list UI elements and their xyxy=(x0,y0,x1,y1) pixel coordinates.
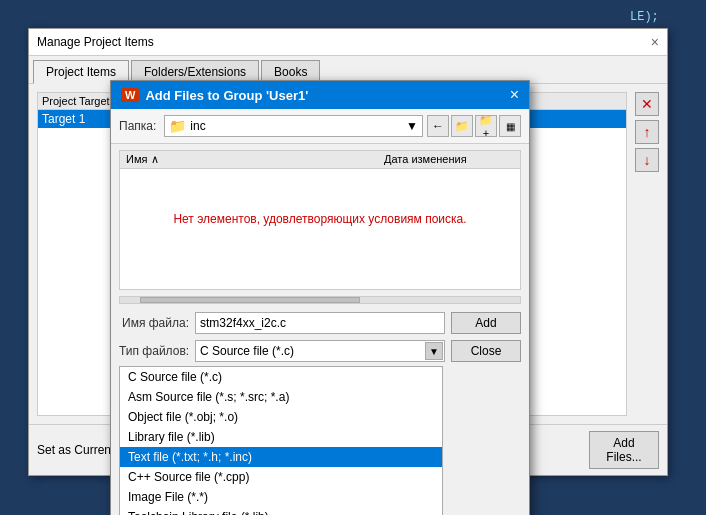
scrollbar-thumb xyxy=(140,297,360,303)
filetype-select[interactable]: C Source file (*.c) xyxy=(195,340,445,362)
add-files-dialog: W Add Files to Group 'User1' × Папка: 📁 … xyxy=(110,80,530,515)
add-files-button[interactable]: Add Files... xyxy=(589,431,659,469)
dropdown-arrow-icon: ▼ xyxy=(406,119,418,133)
filename-label: Имя файла: xyxy=(119,316,189,330)
file-date-column-header: Дата изменения xyxy=(384,153,514,166)
file-browser-empty-message: Нет элементов, удовлетворяющих условиям … xyxy=(120,169,520,269)
folder-select-dropdown[interactable]: 📁 inc ▼ xyxy=(164,115,423,137)
close-button[interactable]: Close xyxy=(451,340,521,362)
file-browser: Имя ∧ Дата изменения Нет элементов, удов… xyxy=(119,150,521,290)
dropdown-item-object[interactable]: Object file (*.obj; *.o) xyxy=(120,407,442,427)
folder-toolbar: ← 📁 📁+ ▦ xyxy=(427,115,521,137)
table-toolbar: ✕ ↑ ↓ xyxy=(635,92,659,416)
folder-bar: Папка: 📁 inc ▼ ← 📁 📁+ ▦ xyxy=(111,109,529,144)
create-folder-button[interactable]: 📁+ xyxy=(475,115,497,137)
add-files-titlebar: W Add Files to Group 'User1' × xyxy=(111,81,529,109)
move-up-button[interactable]: ↑ xyxy=(635,120,659,144)
file-browser-header: Имя ∧ Дата изменения xyxy=(120,151,520,169)
dropdown-item-library[interactable]: Library file (*.lib) xyxy=(120,427,442,447)
add-files-title-text: Add Files to Group 'User1' xyxy=(145,88,308,103)
sort-arrow-icon: ∧ xyxy=(151,153,159,165)
dropdown-item-cpp[interactable]: C++ Source file (*.cpp) xyxy=(120,467,442,487)
file-fields: Имя файла: Add Тип файлов: C Source file… xyxy=(111,308,529,366)
filetype-label: Тип файлов: xyxy=(119,344,189,358)
filename-input[interactable] xyxy=(195,312,445,334)
move-down-button[interactable]: ↓ xyxy=(635,148,659,172)
manage-dialog-close[interactable]: × xyxy=(651,35,659,49)
dropdown-item-asm[interactable]: Asm Source file (*.s; *.src; *.a) xyxy=(120,387,442,407)
add-button[interactable]: Add xyxy=(451,312,521,334)
filetype-select-wrapper: C Source file (*.c) ▼ xyxy=(195,340,445,362)
file-name-column-header[interactable]: Имя ∧ xyxy=(126,153,384,166)
keil-icon: W xyxy=(121,88,139,102)
view-toggle-button[interactable]: ▦ xyxy=(499,115,521,137)
right-code-line: LE); xyxy=(630,8,702,26)
remove-button[interactable]: ✕ xyxy=(635,92,659,116)
filetype-dropdown-container: C Source file (*.c) Asm Source file (*.s… xyxy=(119,366,521,515)
add-files-close[interactable]: × xyxy=(510,87,519,103)
dropdown-item-text[interactable]: Text file (*.txt; *.h; *.inc) xyxy=(120,447,442,467)
folder-label: Папка: xyxy=(119,119,156,133)
add-files-title-left: W Add Files to Group 'User1' xyxy=(121,88,308,103)
filetype-row: Тип файлов: C Source file (*.c) ▼ Close xyxy=(119,340,521,362)
manage-dialog-titlebar: Manage Project Items × xyxy=(29,29,667,56)
dropdown-item-c-source[interactable]: C Source file (*.c) xyxy=(120,367,442,387)
folder-name: 📁 inc xyxy=(169,118,205,134)
folder-icon: 📁 xyxy=(169,118,186,134)
nav-up-button[interactable]: 📁 xyxy=(451,115,473,137)
manage-dialog-title: Manage Project Items xyxy=(37,35,154,49)
nav-back-button[interactable]: ← xyxy=(427,115,449,137)
dropdown-item-toolchain-lib[interactable]: Toolchain Library file (*.lib) xyxy=(120,507,442,515)
filename-row: Имя файла: Add xyxy=(119,312,521,334)
dropdown-item-image[interactable]: Image File (*.*) xyxy=(120,487,442,507)
horizontal-scrollbar[interactable] xyxy=(119,296,521,304)
filetype-dropdown-menu: C Source file (*.c) Asm Source file (*.s… xyxy=(119,366,443,515)
